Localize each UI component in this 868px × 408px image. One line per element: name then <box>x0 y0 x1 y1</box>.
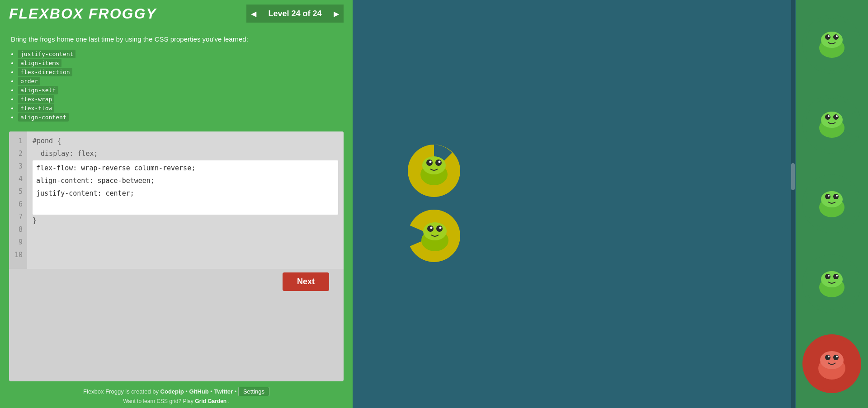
css-prop-align-self: align-self <box>18 86 58 94</box>
pond-frogs <box>407 144 461 265</box>
code-line-6 <box>36 200 335 213</box>
home-lily-4 <box>802 254 861 313</box>
code-line-1: #pond { <box>33 135 338 148</box>
code-line-7: } <box>33 215 338 227</box>
svg-point-47 <box>828 356 830 357</box>
css-prop-order: order <box>18 77 40 85</box>
line-num-4: 4 <box>14 173 23 186</box>
svg-point-18 <box>833 34 839 40</box>
list-item: justify-content <box>18 50 342 57</box>
footer-bottom: Want to learn CSS grid? Play Grid Garden… <box>0 398 353 404</box>
footer-period: . <box>228 398 229 404</box>
css-prop-align-content: align-content <box>18 113 69 122</box>
line-numbers: 1 2 3 4 5 6 7 8 9 10 <box>9 131 27 269</box>
svg-point-20 <box>836 35 838 37</box>
github-link[interactable]: GitHub <box>189 388 208 395</box>
svg-point-37 <box>821 271 843 287</box>
css-prop-flex-wrap: flex-wrap <box>18 95 54 103</box>
instruction-paragraph: Bring the frogs home one last time by us… <box>11 34 342 45</box>
frog-lily-1 <box>407 144 461 198</box>
list-item: flex-direction <box>18 68 342 75</box>
header: Flexbox Froggy ◀ Level 24 of 24 ▶ <box>0 0 353 27</box>
next-button-container: Next <box>18 269 335 295</box>
css-properties-list: justify-content align-items flex-directi… <box>0 50 353 128</box>
code-content: #pond { display: flex; flex-flow: wrap-r… <box>27 131 344 269</box>
code-line-10 <box>33 253 338 265</box>
frog-1-container <box>407 144 461 200</box>
svg-point-38 <box>825 274 830 279</box>
svg-point-27 <box>836 115 838 117</box>
line-num-3: 3 <box>14 160 23 173</box>
svg-point-13 <box>439 226 442 229</box>
level-prev-button[interactable]: ◀ <box>246 5 261 23</box>
twitter-link[interactable]: Twitter <box>214 388 233 395</box>
code-editor: 1 2 3 4 5 6 7 8 9 10 #pond { display: fl… <box>9 131 344 382</box>
svg-point-34 <box>836 195 838 197</box>
line-num-6: 6 <box>14 198 23 211</box>
level-selector[interactable]: Level 24 of 24 <box>261 5 329 23</box>
level-navigation: ◀ Level 24 of 24 ▶ <box>246 5 344 23</box>
home-lily-2 <box>802 95 861 154</box>
line-num-9: 9 <box>14 236 23 249</box>
next-button[interactable]: Next <box>283 272 329 291</box>
svg-point-10 <box>427 225 434 232</box>
codepip-link[interactable]: Codepip <box>160 388 184 395</box>
editable-code-area[interactable]: flex-flow: wrap-reverse column-reverse; … <box>33 160 338 215</box>
svg-point-44 <box>820 351 844 369</box>
svg-point-25 <box>833 114 839 120</box>
home-lily-3 <box>802 174 861 233</box>
list-item: order <box>18 77 342 84</box>
svg-point-41 <box>836 275 838 277</box>
code-line-2: display: flex; <box>33 148 338 160</box>
svg-point-31 <box>825 194 830 199</box>
home-frog-2 <box>805 97 859 151</box>
svg-point-17 <box>825 34 830 40</box>
list-item: align-self <box>18 86 342 94</box>
css-prop-flex-flow: flex-flow <box>18 104 54 113</box>
code-line-8 <box>33 227 338 240</box>
line-num-8: 8 <box>14 224 23 236</box>
line-num-1: 1 <box>14 135 23 148</box>
svg-point-2 <box>422 156 446 174</box>
scrollbar[interactable] <box>791 0 795 408</box>
list-item: align-items <box>18 59 342 66</box>
footer-sep-3: • <box>235 388 238 395</box>
svg-point-33 <box>828 195 830 197</box>
svg-point-11 <box>436 225 443 232</box>
list-item: align-content <box>18 113 342 121</box>
svg-point-12 <box>430 226 433 229</box>
frog-lily-2 <box>407 209 461 263</box>
home-frog-3 <box>805 177 859 231</box>
settings-button[interactable]: Settings <box>238 387 269 396</box>
svg-point-9 <box>423 222 447 240</box>
instructions-text: Bring the frogs home one last time by us… <box>0 27 353 50</box>
svg-point-26 <box>828 115 830 117</box>
svg-point-16 <box>821 32 843 48</box>
svg-point-45 <box>825 355 830 360</box>
footer: Flexbox Froggy is created by Codepip • G… <box>0 381 353 408</box>
svg-point-23 <box>821 112 843 128</box>
line-num-7: 7 <box>14 211 23 224</box>
svg-point-30 <box>821 191 843 207</box>
grid-garden-link[interactable]: Grid Garden <box>195 398 226 404</box>
code-line-3: flex-flow: wrap-reverse column-reverse; <box>36 162 335 175</box>
list-item: flex-wrap <box>18 95 342 103</box>
level-next-button[interactable]: ▶ <box>329 5 344 23</box>
left-panel: Flexbox Froggy ◀ Level 24 of 24 ▶ Bring … <box>0 0 353 408</box>
code-line-4: align-content: space-between; <box>36 175 335 188</box>
svg-point-48 <box>836 356 838 357</box>
app-title: Flexbox Froggy <box>9 5 157 22</box>
css-prop-align-items: align-items <box>18 59 61 67</box>
home-frog-5-red <box>805 337 859 391</box>
svg-point-46 <box>833 355 839 360</box>
footer-created-by: Flexbox Froggy is created by <box>83 388 159 395</box>
footer-bottom-text: Want to learn CSS grid? Play <box>123 398 193 404</box>
svg-point-39 <box>833 274 839 279</box>
svg-point-24 <box>825 114 830 120</box>
css-prop-flex-direction: flex-direction <box>18 68 72 76</box>
line-num-10: 10 <box>14 249 23 262</box>
scrollbar-thumb <box>791 163 795 190</box>
home-lily-5-red <box>802 334 861 393</box>
code-line-5: justify-content: center; <box>36 188 335 200</box>
footer-sep-2: • <box>210 388 214 395</box>
